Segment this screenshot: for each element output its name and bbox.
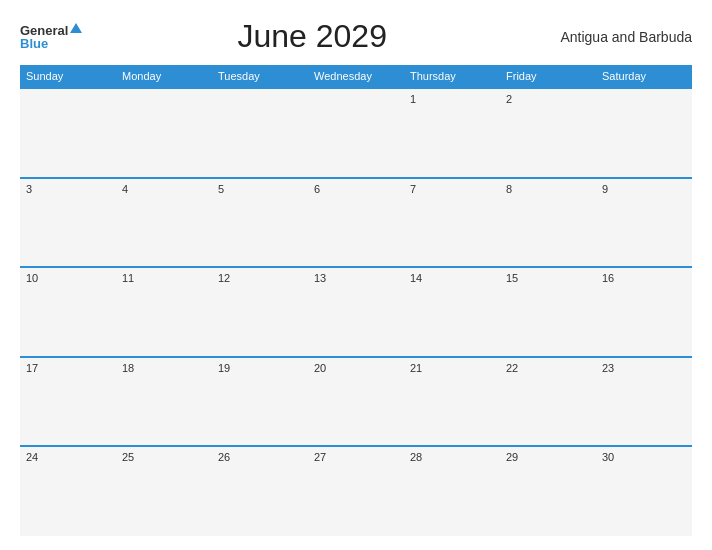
- calendar-day-cell: [596, 88, 692, 178]
- calendar-day-cell: 18: [116, 357, 212, 447]
- calendar-day-cell: [212, 88, 308, 178]
- day-number: 24: [26, 451, 110, 463]
- calendar-week-row: 10111213141516: [20, 267, 692, 357]
- calendar-day-cell: 26: [212, 446, 308, 536]
- calendar-day-cell: 5: [212, 178, 308, 268]
- day-number: 23: [602, 362, 686, 374]
- calendar-day-cell: [308, 88, 404, 178]
- logo-flag-icon: [70, 23, 82, 33]
- logo-blue-text: Blue: [20, 37, 82, 50]
- calendar-week-row: 24252627282930: [20, 446, 692, 536]
- day-number: 25: [122, 451, 206, 463]
- day-number: 16: [602, 272, 686, 284]
- day-number: 19: [218, 362, 302, 374]
- calendar-day-cell: 14: [404, 267, 500, 357]
- header-tuesday: Tuesday: [212, 65, 308, 88]
- calendar-day-cell: 30: [596, 446, 692, 536]
- calendar-day-cell: 19: [212, 357, 308, 447]
- day-number: 12: [218, 272, 302, 284]
- calendar-day-cell: 10: [20, 267, 116, 357]
- day-number: 27: [314, 451, 398, 463]
- day-number: 15: [506, 272, 590, 284]
- header: General Blue June 2029 Antigua and Barbu…: [20, 18, 692, 55]
- day-number: 6: [314, 183, 398, 195]
- calendar-day-cell: 11: [116, 267, 212, 357]
- calendar-day-cell: 24: [20, 446, 116, 536]
- calendar-title: June 2029: [82, 18, 542, 55]
- header-wednesday: Wednesday: [308, 65, 404, 88]
- day-number: 11: [122, 272, 206, 284]
- calendar-week-row: 17181920212223: [20, 357, 692, 447]
- header-monday: Monday: [116, 65, 212, 88]
- calendar-day-cell: 1: [404, 88, 500, 178]
- calendar-week-row: 12: [20, 88, 692, 178]
- day-number: 5: [218, 183, 302, 195]
- calendar-day-cell: 3: [20, 178, 116, 268]
- calendar-day-cell: 27: [308, 446, 404, 536]
- day-number: 20: [314, 362, 398, 374]
- day-number: 21: [410, 362, 494, 374]
- day-number: 4: [122, 183, 206, 195]
- calendar-day-cell: 2: [500, 88, 596, 178]
- day-number: 3: [26, 183, 110, 195]
- day-number: 26: [218, 451, 302, 463]
- day-number: 29: [506, 451, 590, 463]
- calendar-day-cell: 16: [596, 267, 692, 357]
- calendar-week-row: 3456789: [20, 178, 692, 268]
- weekday-header-row: Sunday Monday Tuesday Wednesday Thursday…: [20, 65, 692, 88]
- calendar-day-cell: 17: [20, 357, 116, 447]
- day-number: 2: [506, 93, 590, 105]
- logo-general-text: General: [20, 24, 68, 37]
- calendar-day-cell: [20, 88, 116, 178]
- calendar-day-cell: 29: [500, 446, 596, 536]
- day-number: 28: [410, 451, 494, 463]
- header-thursday: Thursday: [404, 65, 500, 88]
- calendar-day-cell: 15: [500, 267, 596, 357]
- logo: General Blue: [20, 24, 82, 50]
- day-number: 30: [602, 451, 686, 463]
- header-saturday: Saturday: [596, 65, 692, 88]
- day-number: 7: [410, 183, 494, 195]
- day-number: 8: [506, 183, 590, 195]
- header-friday: Friday: [500, 65, 596, 88]
- calendar-day-cell: 23: [596, 357, 692, 447]
- day-number: 14: [410, 272, 494, 284]
- day-number: 22: [506, 362, 590, 374]
- day-number: 18: [122, 362, 206, 374]
- calendar-page: General Blue June 2029 Antigua and Barbu…: [0, 0, 712, 550]
- calendar-day-cell: 21: [404, 357, 500, 447]
- calendar-day-cell: 4: [116, 178, 212, 268]
- calendar-day-cell: [116, 88, 212, 178]
- day-number: 13: [314, 272, 398, 284]
- calendar-day-cell: 22: [500, 357, 596, 447]
- calendar-day-cell: 12: [212, 267, 308, 357]
- calendar-day-cell: 7: [404, 178, 500, 268]
- calendar-day-cell: 28: [404, 446, 500, 536]
- calendar-day-cell: 20: [308, 357, 404, 447]
- calendar-day-cell: 8: [500, 178, 596, 268]
- calendar-day-cell: 13: [308, 267, 404, 357]
- calendar-day-cell: 25: [116, 446, 212, 536]
- day-number: 1: [410, 93, 494, 105]
- calendar-table: Sunday Monday Tuesday Wednesday Thursday…: [20, 65, 692, 536]
- calendar-day-cell: 9: [596, 178, 692, 268]
- day-number: 9: [602, 183, 686, 195]
- day-number: 17: [26, 362, 110, 374]
- calendar-day-cell: 6: [308, 178, 404, 268]
- day-number: 10: [26, 272, 110, 284]
- country-name: Antigua and Barbuda: [542, 29, 692, 45]
- header-sunday: Sunday: [20, 65, 116, 88]
